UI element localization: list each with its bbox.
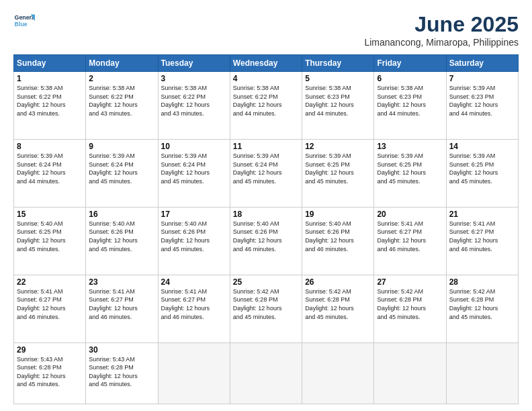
- table-cell: 1 Sunrise: 5:38 AMSunset: 6:22 PMDayligh…: [14, 72, 86, 140]
- table-cell: 14 Sunrise: 5:39 AMSunset: 6:25 PMDaylig…: [446, 139, 518, 207]
- table-cell: 18 Sunrise: 5:40 AMSunset: 6:26 PMDaylig…: [230, 207, 302, 275]
- table-row: 8 Sunrise: 5:39 AMSunset: 6:24 PMDayligh…: [14, 139, 519, 207]
- col-sunday: Sunday: [14, 55, 86, 72]
- table-row: 22 Sunrise: 5:41 AMSunset: 6:27 PMDaylig…: [14, 275, 519, 342]
- table-cell: 28 Sunrise: 5:42 AMSunset: 6:28 PMDaylig…: [446, 275, 518, 342]
- table-cell: 26 Sunrise: 5:42 AMSunset: 6:28 PMDaylig…: [302, 275, 374, 342]
- table-cell: 19 Sunrise: 5:40 AMSunset: 6:26 PMDaylig…: [302, 207, 374, 275]
- table-cell: 9 Sunrise: 5:39 AMSunset: 6:24 PMDayligh…: [86, 139, 158, 207]
- table-cell: 29 Sunrise: 5:43 AMSunset: 6:28 PMDaylig…: [14, 342, 86, 404]
- table-cell: 16 Sunrise: 5:40 AMSunset: 6:26 PMDaylig…: [86, 207, 158, 275]
- table-cell-empty: [446, 342, 518, 404]
- location: Limanancong, Mimaropa, Philippines: [364, 37, 519, 48]
- header: General Blue June 2025 Limanancong, Mima…: [13, 12, 519, 48]
- table-cell-empty: [158, 342, 230, 404]
- col-saturday: Saturday: [446, 55, 518, 72]
- title-block: June 2025 Limanancong, Mimaropa, Philipp…: [364, 12, 519, 48]
- table-cell: 25 Sunrise: 5:42 AMSunset: 6:28 PMDaylig…: [230, 275, 302, 342]
- table-cell: 3 Sunrise: 5:38 AMSunset: 6:22 PMDayligh…: [158, 72, 230, 140]
- table-cell: 20 Sunrise: 5:41 AMSunset: 6:27 PMDaylig…: [374, 207, 446, 275]
- table-cell: 12 Sunrise: 5:39 AMSunset: 6:25 PMDaylig…: [302, 139, 374, 207]
- table-cell: 21 Sunrise: 5:41 AMSunset: 6:27 PMDaylig…: [446, 207, 518, 275]
- month-title: June 2025: [364, 12, 519, 37]
- table-row: 29 Sunrise: 5:43 AMSunset: 6:28 PMDaylig…: [14, 342, 519, 404]
- table-cell: 5 Sunrise: 5:38 AMSunset: 6:23 PMDayligh…: [302, 72, 374, 140]
- col-wednesday: Wednesday: [230, 55, 302, 72]
- table-cell: 10 Sunrise: 5:39 AMSunset: 6:24 PMDaylig…: [158, 139, 230, 207]
- table-cell: 8 Sunrise: 5:39 AMSunset: 6:24 PMDayligh…: [14, 139, 86, 207]
- generalblue-logo-icon: General Blue: [13, 12, 35, 31]
- col-thursday: Thursday: [302, 55, 374, 72]
- logo: General Blue: [13, 12, 35, 31]
- table-cell: 4 Sunrise: 5:38 AMSunset: 6:22 PMDayligh…: [230, 72, 302, 140]
- table-cell-empty: [230, 342, 302, 404]
- table-cell: 27 Sunrise: 5:42 AMSunset: 6:28 PMDaylig…: [374, 275, 446, 342]
- table-cell: 22 Sunrise: 5:41 AMSunset: 6:27 PMDaylig…: [14, 275, 86, 342]
- table-cell: 7 Sunrise: 5:39 AMSunset: 6:23 PMDayligh…: [446, 72, 518, 140]
- table-cell: 15 Sunrise: 5:40 AMSunset: 6:25 PMDaylig…: [14, 207, 86, 275]
- calendar-header-row: Sunday Monday Tuesday Wednesday Thursday…: [14, 55, 519, 72]
- table-cell-empty: [374, 342, 446, 404]
- table-cell: 24 Sunrise: 5:41 AMSunset: 6:27 PMDaylig…: [158, 275, 230, 342]
- table-cell: 6 Sunrise: 5:38 AMSunset: 6:23 PMDayligh…: [374, 72, 446, 140]
- col-friday: Friday: [374, 55, 446, 72]
- calendar-table: Sunday Monday Tuesday Wednesday Thursday…: [13, 54, 519, 404]
- col-tuesday: Tuesday: [158, 55, 230, 72]
- table-cell: 23 Sunrise: 5:41 AMSunset: 6:27 PMDaylig…: [86, 275, 158, 342]
- table-cell: 30 Sunrise: 5:43 AMSunset: 6:28 PMDaylig…: [86, 342, 158, 404]
- table-cell: 11 Sunrise: 5:39 AMSunset: 6:24 PMDaylig…: [230, 139, 302, 207]
- table-cell: 17 Sunrise: 5:40 AMSunset: 6:26 PMDaylig…: [158, 207, 230, 275]
- table-row: 1 Sunrise: 5:38 AMSunset: 6:22 PMDayligh…: [14, 72, 519, 140]
- svg-text:Blue: Blue: [15, 21, 28, 28]
- col-monday: Monday: [86, 55, 158, 72]
- table-cell: 2 Sunrise: 5:38 AMSunset: 6:22 PMDayligh…: [86, 72, 158, 140]
- table-cell-empty: [302, 342, 374, 404]
- table-row: 15 Sunrise: 5:40 AMSunset: 6:25 PMDaylig…: [14, 207, 519, 275]
- page: General Blue June 2025 Limanancong, Mima…: [0, 0, 532, 411]
- table-cell: 13 Sunrise: 5:39 AMSunset: 6:25 PMDaylig…: [374, 139, 446, 207]
